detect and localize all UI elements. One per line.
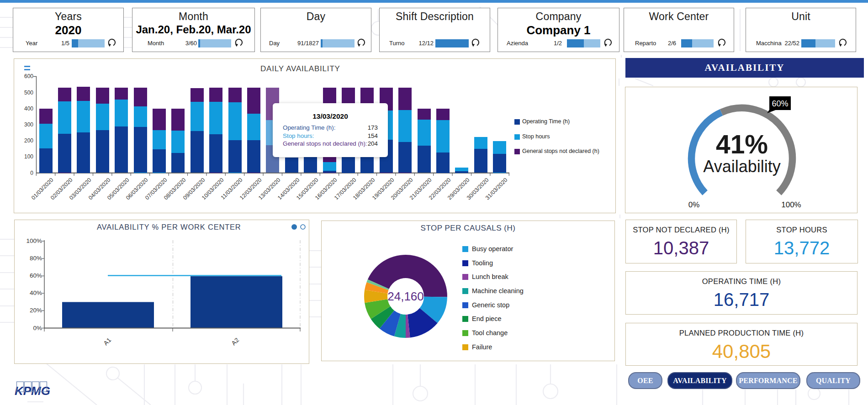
svg-text:60%: 60% [772,99,788,108]
